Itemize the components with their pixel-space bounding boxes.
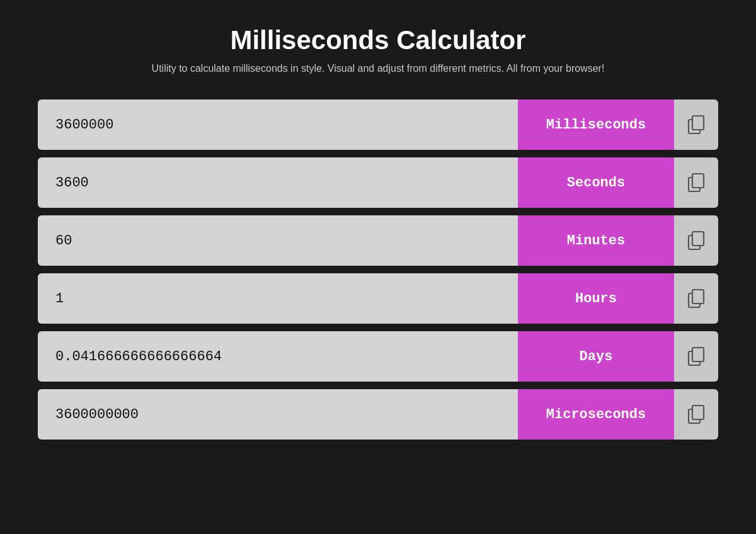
copy-icon-seconds	[686, 173, 706, 193]
calc-row-minutes: 60 Minutes	[38, 215, 718, 266]
calc-row-hours: 1 Hours	[38, 273, 718, 324]
copy-icon-hours	[686, 288, 706, 309]
label-cell-milliseconds: Milliseconds	[518, 99, 674, 150]
label-cell-seconds: Seconds	[518, 157, 674, 208]
copy-button-microseconds[interactable]	[674, 389, 718, 440]
value-cell-hours: 1	[38, 273, 518, 324]
value-text-minutes: 60	[55, 233, 72, 249]
label-text-minutes: Minutes	[567, 233, 625, 249]
label-text-seconds: Seconds	[567, 175, 625, 191]
label-cell-microseconds: Microseconds	[518, 389, 674, 440]
value-text-hours: 1	[55, 291, 64, 307]
svg-rect-11	[692, 406, 704, 419]
copy-button-minutes[interactable]	[674, 215, 718, 266]
label-cell-hours: Hours	[518, 273, 674, 324]
label-text-hours: Hours	[575, 291, 617, 307]
copy-button-hours[interactable]	[674, 273, 718, 324]
value-cell-seconds: 3600	[38, 157, 518, 208]
calc-row-days: 0.041666666666666664 Days	[38, 331, 718, 382]
page-header: Milliseconds Calculator Utility to calcu…	[38, 25, 718, 74]
value-text-seconds: 3600	[55, 175, 89, 191]
copy-button-milliseconds[interactable]	[674, 99, 718, 150]
label-text-milliseconds: Milliseconds	[546, 117, 646, 133]
label-text-days: Days	[580, 349, 613, 365]
copy-icon-days	[686, 346, 706, 366]
svg-rect-1	[692, 116, 704, 130]
svg-rect-3	[692, 174, 704, 188]
label-cell-minutes: Minutes	[518, 215, 674, 266]
value-text-microseconds: 3600000000	[55, 407, 139, 423]
page-title: Milliseconds Calculator	[38, 25, 718, 55]
calc-row-microseconds: 3600000000 Microseconds	[38, 389, 718, 440]
value-cell-days: 0.041666666666666664	[38, 331, 518, 382]
calc-row-milliseconds: 3600000 Milliseconds	[38, 99, 718, 150]
copy-button-seconds[interactable]	[674, 157, 718, 208]
value-cell-minutes: 60	[38, 215, 518, 266]
copy-icon-milliseconds	[686, 115, 706, 135]
label-text-microseconds: Microseconds	[546, 407, 646, 423]
copy-icon-microseconds	[686, 404, 706, 424]
value-text-milliseconds: 3600000	[55, 117, 113, 133]
value-cell-microseconds: 3600000000	[38, 389, 518, 440]
svg-rect-7	[692, 290, 704, 304]
svg-rect-9	[692, 348, 704, 361]
copy-button-days[interactable]	[674, 331, 718, 382]
calc-row-seconds: 3600 Seconds	[38, 157, 718, 208]
page-subtitle: Utility to calculate milliseconds in sty…	[38, 63, 718, 74]
value-text-days: 0.041666666666666664	[55, 349, 222, 365]
svg-rect-5	[692, 232, 704, 246]
copy-icon-minutes	[686, 230, 706, 251]
label-cell-days: Days	[518, 331, 674, 382]
value-cell-milliseconds: 3600000	[38, 99, 518, 150]
calculator-rows: 3600000 Milliseconds 3600	[38, 99, 718, 440]
